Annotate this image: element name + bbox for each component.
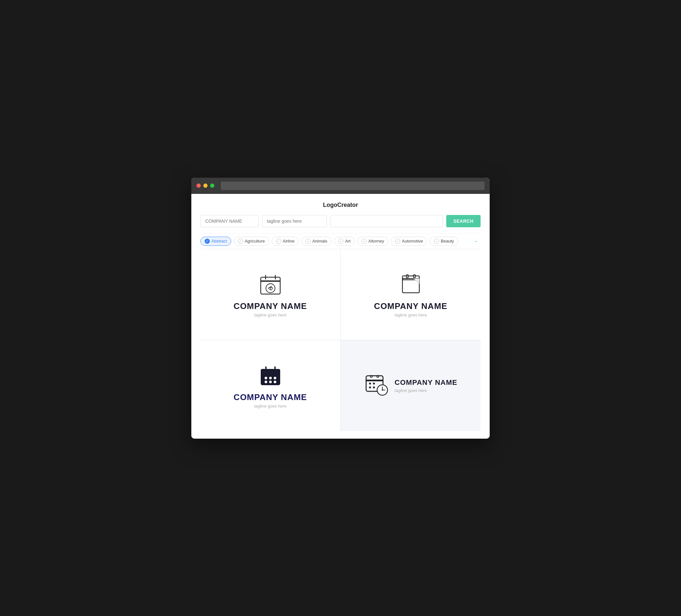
svg-point-23 [377,376,379,377]
filter-automotive[interactable]: Automotive [391,237,427,246]
svg-rect-0 [261,277,280,294]
logo2-company-name: COMPANY NAME [374,301,447,311]
app-content: LogoCreator SEARCH Abstract Agriculture … [191,194,490,439]
svg-rect-11 [261,372,280,375]
filter-label-automotive: Automotive [402,239,423,243]
filter-agriculture[interactable]: Agriculture [234,237,269,246]
calendar-plane-icon [257,272,283,297]
logo3-tagline: tagline goes here [254,404,287,409]
tagline-input[interactable] [262,215,327,227]
svg-point-26 [369,386,371,388]
check-icon-automotive [395,239,400,244]
filter-bar: Abstract Agriculture Airline Animals Art… [200,233,481,249]
browser-titlebar [191,178,490,194]
check-icon-animals [305,239,311,244]
check-icon-abstract [205,239,210,244]
browser-window: LogoCreator SEARCH Abstract Agriculture … [191,178,490,439]
logo3-company-name: COMPANY NAME [233,392,307,402]
extra-input[interactable] [330,215,443,227]
close-button[interactable] [197,183,201,188]
logo4-tagline: tagline goes here [395,388,457,393]
svg-point-27 [373,386,375,388]
search-button[interactable]: SEARCH [446,215,481,227]
logo4-text-block: COMPANY NAME tagline goes here [395,378,457,393]
filter-abstract[interactable]: Abstract [200,237,231,246]
svg-point-16 [274,377,276,379]
maximize-button[interactable] [210,183,215,188]
filter-label-attorney: Attorney [369,239,384,243]
svg-point-19 [274,381,276,383]
minimize-button[interactable] [203,183,207,188]
check-icon-art [338,239,344,244]
filter-label-animals: Animals [312,239,327,243]
filter-label-abstract: Abstract [211,239,227,243]
filter-airline[interactable]: Airline [272,237,299,246]
svg-point-15 [269,377,272,379]
app-title: LogoCreator [200,202,481,208]
logo-card-4[interactable]: COMPANY NAME tagline goes here [340,340,481,431]
logo-card-3[interactable]: COMPANY NAME tagline goes here [200,340,340,431]
logo4-company-name: COMPANY NAME [395,378,457,387]
filter-attorney[interactable]: Attorney [357,237,388,246]
logo2-tagline: tagline goes here [395,312,427,317]
calendar-grid-icon [257,362,283,388]
logo1-tagline: tagline goes here [254,312,287,317]
check-icon-beauty [434,239,439,244]
company-name-input[interactable] [200,215,259,227]
filter-art[interactable]: Art [334,237,355,246]
logo-card-1[interactable]: COMPANY NAME tagline goes here [200,249,340,340]
check-icon-attorney [361,239,367,244]
check-icon-agriculture [238,239,243,244]
logo-grid: COMPANY NAME tagline goes here [200,249,481,431]
filter-label-agriculture: Agriculture [245,239,265,243]
filter-beauty[interactable]: Beauty [430,237,458,246]
filter-animals[interactable]: Animals [301,237,331,246]
logo4-inner: COMPANY NAME tagline goes here [364,370,457,401]
svg-point-14 [264,377,267,379]
svg-point-24 [369,383,371,385]
svg-point-18 [269,381,272,383]
logo1-company-name: COMPANY NAME [233,301,307,311]
svg-rect-21 [366,380,383,381]
url-bar [221,182,484,190]
filter-label-beauty: Beauty [441,239,454,243]
filter-label-airline: Airline [283,239,295,243]
filter-label-art: Art [345,239,351,243]
calendar-clock-icon [364,370,390,396]
svg-point-22 [370,376,372,377]
svg-rect-1 [261,280,280,282]
calendar-torn-icon [398,272,424,297]
check-icon-airline [276,239,281,244]
logo-card-2[interactable]: COMPANY NAME tagline goes here [340,249,481,340]
filter-next-arrow[interactable]: → [470,237,481,246]
svg-point-25 [373,383,375,385]
svg-point-17 [264,381,267,383]
search-bar: SEARCH [200,215,481,227]
